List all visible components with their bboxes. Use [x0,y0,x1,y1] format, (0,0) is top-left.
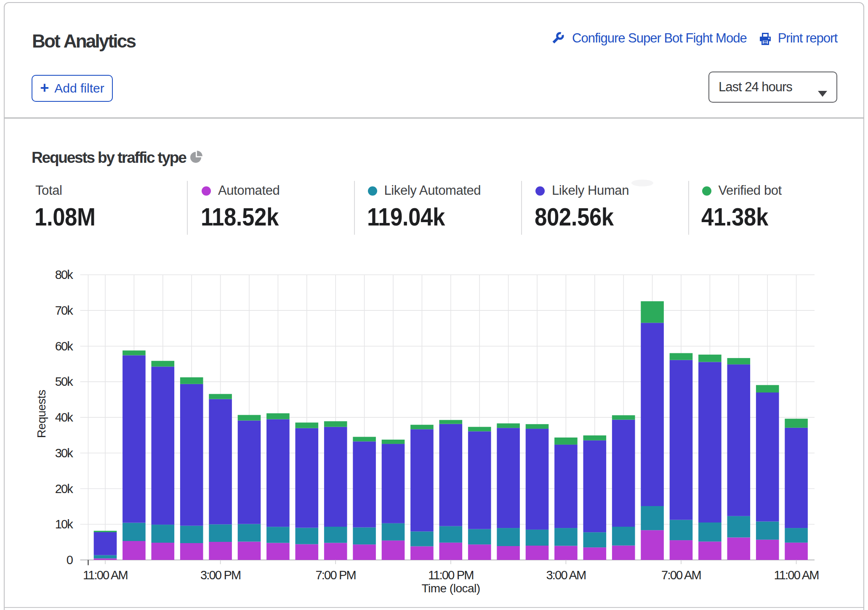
svg-text:Requests: Requests [35,390,48,438]
svg-text:40k: 40k [55,411,74,424]
svg-text:7:00 AM: 7:00 AM [661,568,701,582]
svg-text:50k: 50k [55,375,74,388]
svg-text:0: 0 [67,553,73,567]
svg-text:80k: 80k [55,268,74,281]
svg-text:30k: 30k [55,446,74,460]
svg-text:7:00 PM: 7:00 PM [315,568,355,582]
svg-text:20k: 20k [55,482,74,496]
svg-text:70k: 70k [55,304,74,317]
svg-text:11:00 AM: 11:00 AM [83,568,128,582]
svg-text:3:00 PM: 3:00 PM [200,568,240,582]
svg-text:11:00 AM: 11:00 AM [774,568,819,582]
svg-text:3:00 AM: 3:00 AM [546,568,586,582]
svg-text:60k: 60k [55,339,74,353]
svg-text:Time (local): Time (local) [421,582,480,595]
svg-text:10k: 10k [55,517,74,531]
svg-text:11:00 PM: 11:00 PM [428,568,474,582]
